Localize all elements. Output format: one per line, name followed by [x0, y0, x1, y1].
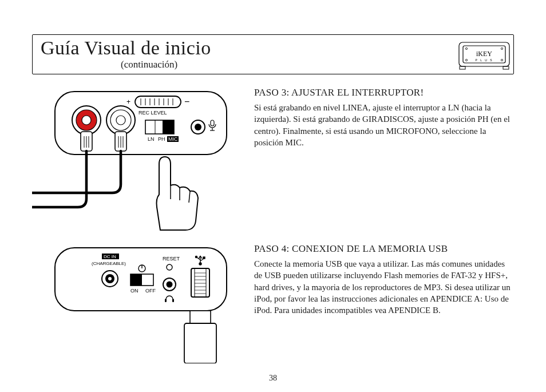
svg-rect-52 — [130, 274, 142, 286]
svg-rect-3 — [503, 66, 509, 69]
svg-point-7 — [501, 59, 503, 61]
step-4-body: Conecte la memoria USB que vaya a utiliz… — [254, 258, 514, 316]
on-label: ON — [130, 288, 139, 294]
page-subtitle: (continuación) — [41, 58, 513, 70]
usb-stick-icon — [184, 311, 216, 363]
ln-label: LN — [148, 136, 155, 142]
page-title: Guía Visual de inicio — [41, 35, 513, 58]
page-number: 38 — [0, 374, 546, 383]
svg-point-55 — [167, 282, 173, 288]
step-3-body: Si está grabando en nivel LINEA, ajuste … — [254, 102, 514, 148]
step-3-heading: PASO 3: AJUSTAR EL INTERRUPTOR! — [254, 87, 514, 98]
svg-point-4 — [465, 47, 467, 49]
step-4-text: PASO 4: CONEXION DE LA MEMORIA USB Conec… — [254, 243, 514, 363]
svg-text:−: − — [184, 97, 189, 106]
svg-text:DC IN: DC IN — [104, 254, 116, 259]
logo-brand-text: iKEY — [476, 50, 492, 58]
ph-label: PH — [158, 136, 165, 142]
svg-point-22 — [82, 116, 91, 125]
hand-pointing-icon — [157, 157, 199, 230]
content-area: + − REC LEVEL — [32, 87, 514, 363]
svg-rect-35 — [163, 120, 174, 134]
brand-logo: iKEY P L U S — [458, 39, 510, 73]
chargeable-label: (CHARGEABLE) — [92, 261, 126, 266]
svg-rect-62 — [191, 268, 209, 297]
step-4-row: DC IN (CHARGEABLE) ON OFF — [32, 243, 514, 363]
step-4-heading: PASO 4: CONEXION DE LA MEMORIA USB — [254, 243, 514, 255]
svg-text:+: + — [126, 98, 130, 106]
off-label: OFF — [145, 288, 156, 294]
svg-rect-2 — [460, 66, 465, 69]
step-3-row: + − REC LEVEL — [32, 87, 514, 233]
header-box: Guía Visual de inicio (continuación) iKE… — [32, 34, 514, 74]
rec-level-label: REC LEVEL — [139, 110, 167, 116]
svg-point-60 — [195, 256, 197, 258]
manual-page: Guía Visual de inicio (continuación) iKE… — [0, 0, 546, 392]
svg-rect-61 — [203, 257, 205, 259]
mic-label: MIC — [168, 136, 178, 142]
svg-rect-56 — [165, 299, 167, 302]
svg-rect-72 — [184, 323, 216, 363]
step-4-illustration: DC IN (CHARGEABLE) ON OFF — [32, 243, 238, 363]
logo-sub-text: P L U S — [476, 58, 493, 62]
reset-label: RESET — [163, 256, 180, 262]
step-3-text: PASO 3: AJUSTAR EL INTERRUPTOR! Si está … — [254, 87, 514, 233]
svg-point-6 — [465, 59, 467, 61]
mode-switch-icon: LN PH MIC — [145, 120, 179, 142]
svg-point-29 — [116, 116, 125, 125]
svg-point-39 — [195, 124, 201, 130]
svg-point-48 — [108, 277, 112, 280]
svg-rect-71 — [190, 311, 211, 323]
svg-rect-57 — [172, 299, 174, 302]
step-3-illustration: + − REC LEVEL — [32, 87, 238, 233]
svg-point-5 — [501, 47, 503, 49]
svg-rect-9 — [135, 96, 181, 108]
